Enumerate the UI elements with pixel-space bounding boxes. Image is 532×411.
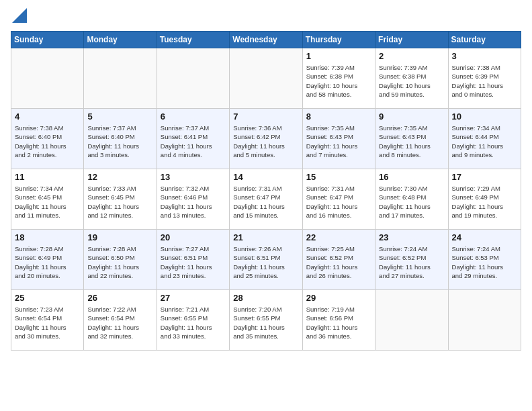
day-number: 5: [87, 111, 152, 122]
header-row: SundayMondayTuesdayWednesdayThursdayFrid…: [11, 32, 521, 48]
day-info: Sunrise: 7:22 AM Sunset: 6:54 PM Dayligh…: [87, 305, 152, 340]
calendar-cell: 26Sunrise: 7:22 AM Sunset: 6:54 PM Dayli…: [84, 290, 157, 351]
calendar-cell: 5Sunrise: 7:37 AM Sunset: 6:40 PM Daylig…: [84, 109, 157, 169]
day-info: Sunrise: 7:31 AM Sunset: 6:47 PM Dayligh…: [306, 184, 371, 220]
day-info: Sunrise: 7:28 AM Sunset: 6:49 PM Dayligh…: [15, 244, 80, 280]
calendar-cell: 25Sunrise: 7:23 AM Sunset: 6:54 PM Dayli…: [11, 290, 84, 351]
calendar-cell: 2Sunrise: 7:39 AM Sunset: 6:38 PM Daylig…: [375, 48, 448, 109]
svg-marker-0: [12, 8, 27, 23]
day-number: 6: [161, 111, 226, 122]
day-info: Sunrise: 7:33 AM Sunset: 6:45 PM Dayligh…: [87, 184, 152, 220]
day-number: 1: [306, 51, 371, 61]
day-number: 12: [87, 172, 152, 182]
day-number: 8: [306, 111, 371, 122]
calendar-week: 1Sunrise: 7:39 AM Sunset: 6:38 PM Daylig…: [11, 48, 521, 109]
calendar-week: 4Sunrise: 7:38 AM Sunset: 6:40 PM Daylig…: [11, 109, 521, 169]
calendar-cell: [84, 48, 157, 109]
day-info: Sunrise: 7:25 AM Sunset: 6:52 PM Dayligh…: [306, 244, 371, 280]
day-info: Sunrise: 7:32 AM Sunset: 6:46 PM Dayligh…: [161, 184, 226, 220]
day-number: 23: [379, 232, 444, 242]
calendar-cell: 9Sunrise: 7:35 AM Sunset: 6:43 PM Daylig…: [375, 109, 448, 169]
day-info: Sunrise: 7:39 AM Sunset: 6:38 PM Dayligh…: [379, 63, 444, 99]
calendar-cell: 27Sunrise: 7:21 AM Sunset: 6:55 PM Dayli…: [157, 290, 229, 351]
logo-icon: [12, 8, 27, 23]
day-info: Sunrise: 7:29 AM Sunset: 6:49 PM Dayligh…: [452, 184, 517, 220]
header-day: Friday: [375, 32, 448, 48]
calendar-cell: 7Sunrise: 7:36 AM Sunset: 6:42 PM Daylig…: [230, 109, 302, 169]
calendar-week: 18Sunrise: 7:28 AM Sunset: 6:49 PM Dayli…: [11, 230, 521, 290]
day-number: 26: [87, 293, 152, 303]
calendar-week: 25Sunrise: 7:23 AM Sunset: 6:54 PM Dayli…: [11, 290, 521, 351]
calendar-cell: 6Sunrise: 7:37 AM Sunset: 6:41 PM Daylig…: [157, 109, 229, 169]
calendar-cell: 16Sunrise: 7:30 AM Sunset: 6:48 PM Dayli…: [375, 169, 448, 230]
calendar-cell: [157, 48, 229, 109]
day-info: Sunrise: 7:30 AM Sunset: 6:48 PM Dayligh…: [379, 184, 444, 220]
day-info: Sunrise: 7:28 AM Sunset: 6:50 PM Dayligh…: [87, 244, 152, 280]
calendar-cell: 10Sunrise: 7:34 AM Sunset: 6:44 PM Dayli…: [448, 109, 521, 169]
calendar-cell: 3Sunrise: 7:38 AM Sunset: 6:39 PM Daylig…: [448, 48, 521, 109]
calendar-cell: 20Sunrise: 7:27 AM Sunset: 6:51 PM Dayli…: [157, 230, 229, 290]
calendar-cell: 28Sunrise: 7:20 AM Sunset: 6:55 PM Dayli…: [230, 290, 302, 351]
header-day: Tuesday: [157, 32, 229, 48]
day-info: Sunrise: 7:39 AM Sunset: 6:38 PM Dayligh…: [306, 63, 371, 99]
day-number: 20: [161, 232, 226, 242]
day-info: Sunrise: 7:34 AM Sunset: 6:45 PM Dayligh…: [15, 184, 80, 220]
logo: [11, 11, 27, 23]
day-info: Sunrise: 7:23 AM Sunset: 6:54 PM Dayligh…: [15, 305, 80, 340]
calendar-cell: 23Sunrise: 7:24 AM Sunset: 6:52 PM Dayli…: [375, 230, 448, 290]
calendar-cell: 12Sunrise: 7:33 AM Sunset: 6:45 PM Dayli…: [84, 169, 157, 230]
calendar-cell: 1Sunrise: 7:39 AM Sunset: 6:38 PM Daylig…: [302, 48, 375, 109]
calendar-week: 11Sunrise: 7:34 AM Sunset: 6:45 PM Dayli…: [11, 169, 521, 230]
day-info: Sunrise: 7:36 AM Sunset: 6:42 PM Dayligh…: [233, 124, 298, 159]
calendar-cell: 4Sunrise: 7:38 AM Sunset: 6:40 PM Daylig…: [11, 109, 84, 169]
calendar-cell: 15Sunrise: 7:31 AM Sunset: 6:47 PM Dayli…: [302, 169, 375, 230]
header-day: Monday: [84, 32, 157, 48]
day-number: 16: [379, 172, 444, 182]
day-number: 9: [379, 111, 444, 122]
day-info: Sunrise: 7:19 AM Sunset: 6:56 PM Dayligh…: [306, 305, 371, 340]
day-info: Sunrise: 7:27 AM Sunset: 6:51 PM Dayligh…: [161, 244, 226, 280]
calendar-cell: 14Sunrise: 7:31 AM Sunset: 6:47 PM Dayli…: [230, 169, 302, 230]
calendar-table: SundayMondayTuesdayWednesdayThursdayFrid…: [11, 31, 521, 351]
calendar-cell: 17Sunrise: 7:29 AM Sunset: 6:49 PM Dayli…: [448, 169, 521, 230]
day-number: 24: [452, 232, 517, 242]
day-number: 29: [306, 293, 371, 303]
day-number: 4: [15, 111, 80, 122]
day-number: 25: [15, 293, 80, 303]
day-number: 15: [306, 172, 371, 182]
calendar-cell: 11Sunrise: 7:34 AM Sunset: 6:45 PM Dayli…: [11, 169, 84, 230]
day-number: 27: [161, 293, 226, 303]
day-number: 2: [379, 51, 444, 61]
day-info: Sunrise: 7:35 AM Sunset: 6:43 PM Dayligh…: [306, 124, 371, 159]
day-number: 7: [233, 111, 298, 122]
calendar-cell: 29Sunrise: 7:19 AM Sunset: 6:56 PM Dayli…: [302, 290, 375, 351]
day-info: Sunrise: 7:37 AM Sunset: 6:41 PM Dayligh…: [161, 124, 226, 159]
page-header: [11, 11, 521, 23]
calendar-cell: 22Sunrise: 7:25 AM Sunset: 6:52 PM Dayli…: [302, 230, 375, 290]
day-info: Sunrise: 7:35 AM Sunset: 6:43 PM Dayligh…: [379, 124, 444, 159]
day-info: Sunrise: 7:26 AM Sunset: 6:51 PM Dayligh…: [233, 244, 298, 280]
day-number: 14: [233, 172, 298, 182]
day-number: 17: [452, 172, 517, 182]
day-number: 11: [15, 172, 80, 182]
day-info: Sunrise: 7:21 AM Sunset: 6:55 PM Dayligh…: [161, 305, 226, 340]
day-number: 13: [161, 172, 226, 182]
day-info: Sunrise: 7:34 AM Sunset: 6:44 PM Dayligh…: [452, 124, 517, 159]
day-info: Sunrise: 7:31 AM Sunset: 6:47 PM Dayligh…: [233, 184, 298, 220]
day-number: 22: [306, 232, 371, 242]
calendar-cell: 13Sunrise: 7:32 AM Sunset: 6:46 PM Dayli…: [157, 169, 229, 230]
day-number: 10: [452, 111, 517, 122]
day-info: Sunrise: 7:20 AM Sunset: 6:55 PM Dayligh…: [233, 305, 298, 340]
header-day: Sunday: [11, 32, 84, 48]
header-day: Thursday: [302, 32, 375, 48]
day-number: 3: [452, 51, 517, 61]
day-number: 18: [15, 232, 80, 242]
calendar-cell: 21Sunrise: 7:26 AM Sunset: 6:51 PM Dayli…: [230, 230, 302, 290]
day-info: Sunrise: 7:24 AM Sunset: 6:52 PM Dayligh…: [379, 244, 444, 280]
header-day: Saturday: [448, 32, 521, 48]
calendar-cell: 18Sunrise: 7:28 AM Sunset: 6:49 PM Dayli…: [11, 230, 84, 290]
calendar-cell: 24Sunrise: 7:24 AM Sunset: 6:53 PM Dayli…: [448, 230, 521, 290]
calendar-cell: [375, 290, 448, 351]
day-info: Sunrise: 7:24 AM Sunset: 6:53 PM Dayligh…: [452, 244, 517, 280]
calendar-cell: 8Sunrise: 7:35 AM Sunset: 6:43 PM Daylig…: [302, 109, 375, 169]
